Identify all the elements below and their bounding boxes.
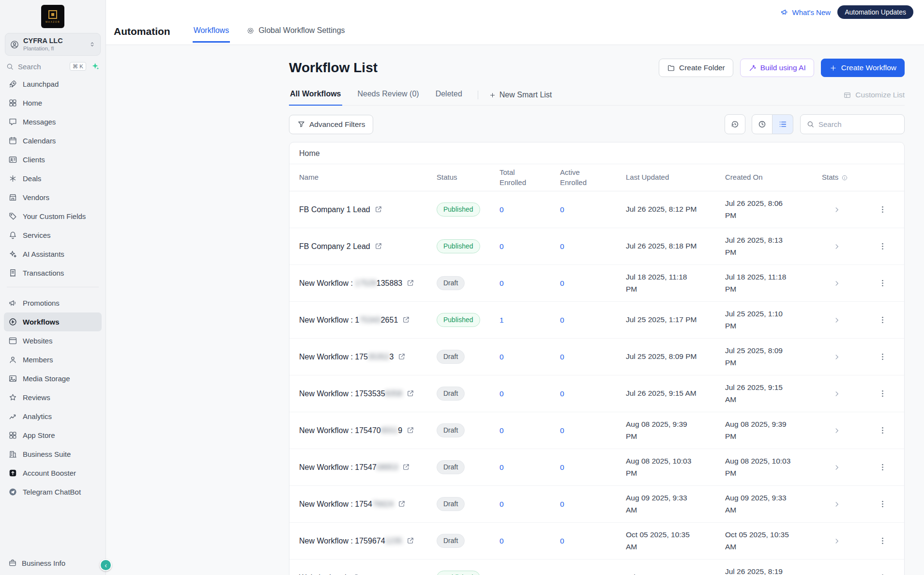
sidebar-item-business-info[interactable]: Business Info: [0, 559, 106, 575]
tab-needs-review-0[interactable]: Needs Review (0): [357, 85, 420, 106]
active-enrolled-link[interactable]: 0: [560, 426, 564, 435]
workflow-name[interactable]: New Workflow : 175476624: [299, 498, 406, 510]
row-menu-button[interactable]: [875, 497, 890, 512]
table-row[interactable]: New Workflow : 17547065519 Draft 0 0 Aug…: [289, 412, 904, 449]
sidebar-item-transactions[interactable]: Transactions: [4, 264, 102, 282]
row-menu-button[interactable]: [875, 276, 890, 291]
row-menu-button[interactable]: [875, 202, 890, 217]
table-row[interactable]: FB Company 2 Lead Published 0 0 Jul 26 2…: [289, 228, 904, 265]
workspace-logo[interactable]: MAXZOB: [41, 5, 64, 28]
stats-expand-icon[interactable]: [833, 242, 841, 251]
header-tab-global-workflow-settings[interactable]: Global Workflow Settings: [245, 26, 346, 43]
workflow-name[interactable]: FB Company 1 Lead: [299, 204, 382, 216]
sidebar-item-websites[interactable]: Websites: [4, 331, 102, 350]
stats-expand-icon[interactable]: [833, 537, 841, 545]
active-enrolled-link[interactable]: 0: [560, 463, 564, 472]
sidebar-item-promotions[interactable]: Promotions: [4, 294, 102, 312]
active-enrolled-link[interactable]: 0: [560, 242, 564, 251]
external-link-icon[interactable]: [375, 205, 382, 213]
table-row[interactable]: New Workflow : 17596741235 Draft 0 0 Oct…: [289, 523, 904, 559]
whats-new-link[interactable]: What's New: [780, 8, 831, 16]
automation-updates-badge[interactable]: Automation Updates: [837, 5, 913, 19]
build-using-ai-button[interactable]: Build using AI: [740, 59, 814, 77]
active-enrolled-link[interactable]: 0: [560, 205, 564, 214]
row-menu-button[interactable]: [875, 239, 890, 254]
workflow-search[interactable]: [800, 114, 905, 134]
row-menu-button[interactable]: [875, 423, 890, 438]
sidebar-item-home[interactable]: Home: [4, 93, 102, 112]
location-switcher[interactable]: CYFRA LLC Plantation, fl: [5, 33, 101, 56]
customize-list-button[interactable]: Customize List: [843, 91, 905, 105]
sidebar-item-telegram-chatbot[interactable]: Telegram ChatBot: [4, 482, 102, 501]
workflow-name[interactable]: New Workflow : 17535358358: [299, 388, 414, 400]
external-link-icon[interactable]: [407, 389, 414, 397]
table-row[interactable]: New Workflow : 175353523 Draft 0 0 Jul 2…: [289, 339, 904, 375]
workflow-name[interactable]: Website Lead: [299, 572, 359, 575]
active-enrolled-link[interactable]: 0: [560, 389, 564, 398]
sidebar-collapse-button[interactable]: ‹: [100, 559, 112, 571]
external-link-icon[interactable]: [407, 279, 414, 287]
advanced-filters-button[interactable]: Advanced Filters: [289, 115, 373, 134]
workflow-name[interactable]: New Workflow : 17547065519: [299, 425, 414, 436]
sparkle-icon[interactable]: [91, 62, 100, 71]
external-link-icon[interactable]: [407, 537, 414, 544]
external-link-icon[interactable]: [398, 500, 406, 508]
row-menu-button[interactable]: [875, 460, 890, 475]
sidebar-item-deals[interactable]: Deals: [4, 169, 102, 188]
row-menu-button[interactable]: [875, 571, 890, 575]
table-row[interactable]: New Workflow : 17529135883 Draft 0 0 Jul…: [289, 265, 904, 302]
sidebar-item-your-custom-fields[interactable]: Your Custom Fields: [4, 207, 102, 226]
sidebar-item-members[interactable]: Members: [4, 350, 102, 369]
sidebar-item-messages[interactable]: Messages: [4, 112, 102, 131]
list-view-button[interactable]: [773, 114, 793, 134]
workflow-search-input[interactable]: [818, 120, 898, 128]
stats-expand-icon[interactable]: [833, 500, 841, 509]
workflow-name[interactable]: New Workflow : 17596741235: [299, 535, 414, 547]
stats-expand-icon[interactable]: [833, 205, 841, 214]
workflow-name[interactable]: FB Company 2 Lead: [299, 241, 382, 252]
workflow-name[interactable]: New Workflow : 1753432651: [299, 314, 410, 326]
active-enrolled-link[interactable]: 0: [560, 353, 564, 361]
external-link-icon[interactable]: [351, 574, 359, 575]
row-menu-button[interactable]: [875, 534, 890, 548]
sidebar-item-app-store[interactable]: App Store: [4, 426, 102, 445]
external-link-icon[interactable]: [375, 242, 382, 250]
external-link-icon[interactable]: [402, 316, 410, 324]
sidebar-item-vendors[interactable]: Vendors: [4, 188, 102, 207]
total-enrolled-link[interactable]: 1: [500, 574, 504, 575]
total-enrolled-link[interactable]: 0: [500, 205, 504, 214]
sidebar-item-media-storage[interactable]: Media Storage: [4, 369, 102, 388]
header-tab-workflows[interactable]: Workflows: [193, 26, 230, 43]
table-row[interactable]: New Workflow : 17535358358 Draft 0 0 Jul…: [289, 375, 904, 412]
total-enrolled-link[interactable]: 0: [500, 537, 504, 545]
active-enrolled-link[interactable]: 0: [560, 574, 564, 575]
workflow-name[interactable]: New Workflow : 1754708953: [299, 462, 410, 473]
table-row[interactable]: FB Company 1 Lead Published 0 0 Jul 26 2…: [289, 191, 904, 228]
total-enrolled-link[interactable]: 1: [500, 316, 504, 325]
total-enrolled-link[interactable]: 0: [500, 500, 504, 509]
tab-all-workflows[interactable]: All Workflows: [289, 85, 342, 106]
total-enrolled-link[interactable]: 0: [500, 242, 504, 251]
create-folder-button[interactable]: Create Folder: [659, 59, 733, 77]
row-menu-button[interactable]: [875, 387, 890, 401]
table-row[interactable]: Website Lead Published 1 0 Jul 26 2025, …: [289, 559, 904, 575]
stats-expand-icon[interactable]: [833, 353, 841, 361]
sidebar-item-clients[interactable]: Clients: [4, 150, 102, 169]
workflow-name[interactable]: New Workflow : 175353523: [299, 351, 406, 363]
sidebar-item-calendars[interactable]: Calendars: [4, 131, 102, 150]
sidebar-item-business-suite[interactable]: Business Suite: [4, 445, 102, 464]
external-link-icon[interactable]: [398, 353, 406, 360]
breadcrumb[interactable]: Home: [289, 142, 904, 164]
active-enrolled-link[interactable]: 0: [560, 500, 564, 509]
stats-expand-icon[interactable]: [833, 279, 841, 288]
total-enrolled-link[interactable]: 0: [500, 463, 504, 472]
table-row[interactable]: New Workflow : 175476624 Draft 0 0 Aug 0…: [289, 486, 904, 523]
row-menu-button[interactable]: [875, 350, 890, 364]
sidebar-search[interactable]: Search ⌘ K: [6, 62, 100, 71]
external-link-icon[interactable]: [407, 426, 414, 434]
stats-expand-icon[interactable]: [833, 389, 841, 398]
sidebar-item-launchpad[interactable]: Launchpad: [4, 75, 102, 93]
create-workflow-button[interactable]: Create Workflow: [821, 59, 905, 77]
total-enrolled-link[interactable]: 0: [500, 279, 504, 288]
table-row[interactable]: New Workflow : 1753432651 Published 1 0 …: [289, 302, 904, 339]
